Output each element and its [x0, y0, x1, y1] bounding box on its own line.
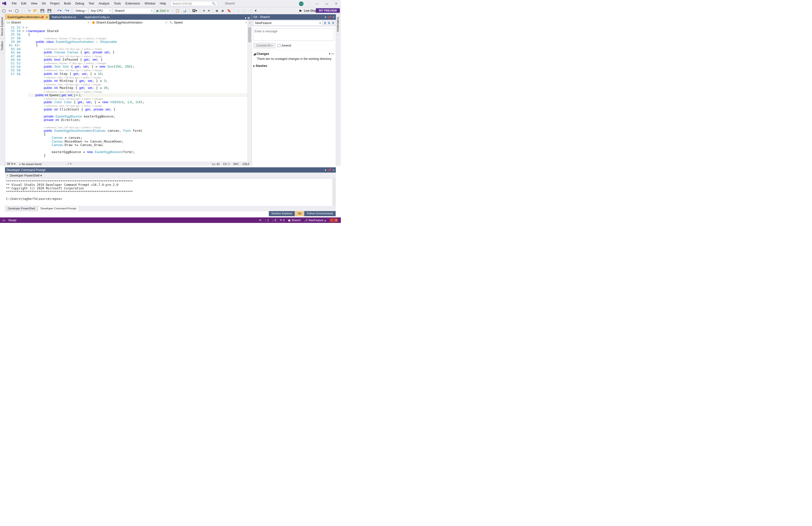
minimize-button[interactable]: — — [312, 0, 322, 7]
tab-dev-powershell[interactable]: Developer PowerShell — [5, 206, 38, 211]
int-preview-badge[interactable]: INT PREVIEW — [316, 8, 340, 13]
pull-icon[interactable]: ⬇ — [328, 21, 330, 25]
line-indicator[interactable]: Ln: 42 — [212, 163, 220, 166]
outdent-icon[interactable]: ≡ — [207, 8, 211, 13]
undo-icon[interactable]: ↶▾ — [56, 8, 63, 13]
menu-file[interactable]: File — [10, 2, 19, 5]
sb-branch[interactable]: ⎇ NewFeature ▴ — [304, 219, 326, 222]
live-share-button[interactable]: Live Share — [299, 9, 318, 13]
new-item-icon[interactable]: 📄▾ — [24, 8, 31, 13]
maximize-button[interactable]: ▭ — [322, 0, 331, 7]
user-avatar[interactable]: TG — [299, 1, 304, 6]
sb-sync-icon[interactable]: ⟳ — [259, 219, 261, 222]
health-icon[interactable]: 💉▾ — [67, 162, 72, 166]
dbg2-icon[interactable]: ⬚ — [242, 8, 247, 13]
sb-notifications[interactable]: 🚩8 — [330, 219, 338, 222]
tab-dev-cmd[interactable]: Developer Command Prompt — [38, 206, 79, 211]
startup-project-combo[interactable]: ShareX — [222, 1, 238, 6]
file-tab[interactable]: BalloonTipAction.cs — [49, 14, 82, 20]
menu-debug[interactable]: Debug — [73, 2, 86, 5]
save-icon[interactable]: 💾 — [39, 8, 45, 13]
tab-solution-explorer[interactable]: Solution Explorer — [269, 211, 295, 216]
nav-back-icon[interactable]: ◯ — [1, 8, 7, 13]
nav-back-dd[interactable]: ▾ ▸ — [8, 9, 13, 13]
code-editor[interactable]: 31 32 33 34 35 36 37 38 39 40 41 42✎ 43 … — [5, 25, 252, 162]
output-icon[interactable]: ▭ — [2, 219, 5, 222]
tab-settings-icon[interactable]: ⚙ — [247, 16, 250, 20]
more-icon[interactable]: ⋯ — [331, 52, 334, 56]
commit-message-input[interactable]: Enter a message — [253, 28, 334, 41]
tab-git[interactable]: Git — [295, 211, 304, 216]
tab-python-env[interactable]: Python Environments — [304, 211, 336, 216]
menu-git[interactable]: Git — [40, 2, 48, 5]
pin-icon[interactable]: 📌 — [328, 16, 331, 19]
git-panel-title[interactable]: Git - ShareX ▾📌× — [252, 14, 336, 20]
menu-view[interactable]: View — [29, 2, 40, 5]
redo-icon[interactable]: ↷▾ — [64, 8, 70, 13]
split-icon[interactable]: ↕ — [248, 20, 252, 25]
nav-scope-combo[interactable]: C#ShareX — [5, 20, 90, 25]
menu-extensions[interactable]: Extensions — [123, 2, 142, 5]
menu-project[interactable]: Project — [48, 2, 62, 5]
menu-help[interactable]: Help — [158, 2, 169, 5]
save-all-icon[interactable]: 💾 — [46, 8, 53, 13]
img-icon[interactable]: 🖼▾ — [191, 8, 198, 13]
ws-indicator[interactable]: SPC — [233, 163, 239, 166]
eol-indicator[interactable]: CRLF — [242, 163, 250, 166]
branch-combo[interactable]: NewFeature — [253, 20, 322, 26]
dropdown-icon[interactable]: ▾ — [325, 16, 326, 19]
issues-text[interactable]: No issues found — [22, 163, 42, 166]
sb-edit[interactable]: ✎ 0 — [280, 219, 285, 222]
menu-test[interactable]: Test — [86, 2, 97, 5]
tab-notifications[interactable]: Notifications — [336, 14, 340, 34]
pin-icon[interactable]: 📌 — [328, 168, 331, 172]
tab-server-explorer[interactable]: Server Explorer — [0, 14, 5, 39]
stashes-section[interactable]: ▸ Stashes — [252, 63, 336, 69]
sb-repo[interactable]: ▣ ShareX — [288, 219, 301, 222]
fold-column[interactable]: ⊟ ⊟ ⊟ ⊟ — [23, 25, 28, 162]
comment-icon[interactable]: ≣ — [215, 8, 219, 13]
uncomment-icon[interactable]: ≣ — [220, 8, 225, 13]
sb-pull[interactable]: ↓ 0 — [272, 219, 276, 222]
quick-search-input[interactable]: 🔍 — [171, 1, 217, 6]
terminal-title[interactable]: Developer Command Prompt ▾📌× — [5, 168, 336, 172]
tab-toolbox[interactable]: Toolbox — [0, 39, 5, 54]
step-icon[interactable]: 📋 — [174, 8, 180, 13]
nav-class-combo[interactable]: 🔶ShareX.EasterEggAboutAnimation — [90, 20, 168, 25]
menu-analyze[interactable]: Analyze — [97, 2, 112, 5]
indent-icon[interactable]: ≡ — [202, 8, 206, 13]
bookmark-icon[interactable]: 🔖 — [226, 8, 232, 13]
terminal-output[interactable]: ****************************************… — [5, 179, 336, 206]
overflow-icon[interactable]: ▾ — [254, 8, 258, 13]
dbg3-icon[interactable]: ⬚ — [248, 8, 253, 13]
close-icon[interactable]: × — [333, 16, 334, 19]
menu-window[interactable]: Window — [142, 2, 158, 5]
dropdown-icon[interactable]: ▾ — [325, 168, 326, 172]
commit-button[interactable]: Commit All ▾ — [253, 43, 275, 48]
target-combo[interactable]: ShareX — [113, 8, 154, 14]
platform-combo[interactable]: Any CPU — [89, 8, 112, 14]
file-tab[interactable]: EasterEggAboutAnimation.cs📌 — [5, 14, 49, 20]
changes-section[interactable]: ◢ Changes + ⋯ — [252, 50, 336, 57]
editor-scrollbar[interactable] — [247, 25, 252, 162]
step2-icon[interactable]: 📊 — [182, 8, 187, 13]
start-button[interactable]: ▶ Start ▾ — [155, 9, 171, 13]
nav-member-combo[interactable]: 🔧Speed — [168, 20, 248, 25]
push-icon[interactable]: ⬆ — [332, 21, 334, 25]
amend-checkbox[interactable]: Amend — [277, 44, 291, 47]
tab-dropdown-icon[interactable]: ▾ — [245, 16, 246, 20]
close-icon[interactable]: × — [333, 168, 334, 172]
menu-edit[interactable]: Edit — [19, 2, 29, 5]
dbg1-icon[interactable]: ⬚ — [236, 8, 241, 13]
stage-icon[interactable]: + — [329, 52, 331, 56]
nav-fwd-icon[interactable]: ◯ — [14, 8, 20, 13]
zoom-combo[interactable]: 99 % ▾ — [7, 162, 16, 166]
open-icon[interactable]: 📂 — [32, 8, 38, 13]
menu-build[interactable]: Build — [62, 2, 73, 5]
terminal-profile-combo[interactable]: Developer PowerShell ▾ — [10, 174, 42, 177]
fetch-icon[interactable]: ⬇ — [324, 21, 326, 25]
config-combo[interactable]: Debug — [74, 8, 88, 14]
add-terminal-icon[interactable]: + — [6, 174, 8, 177]
col-indicator[interactable]: Ch: 1 — [223, 163, 230, 166]
menu-tools[interactable]: Tools — [112, 2, 123, 5]
